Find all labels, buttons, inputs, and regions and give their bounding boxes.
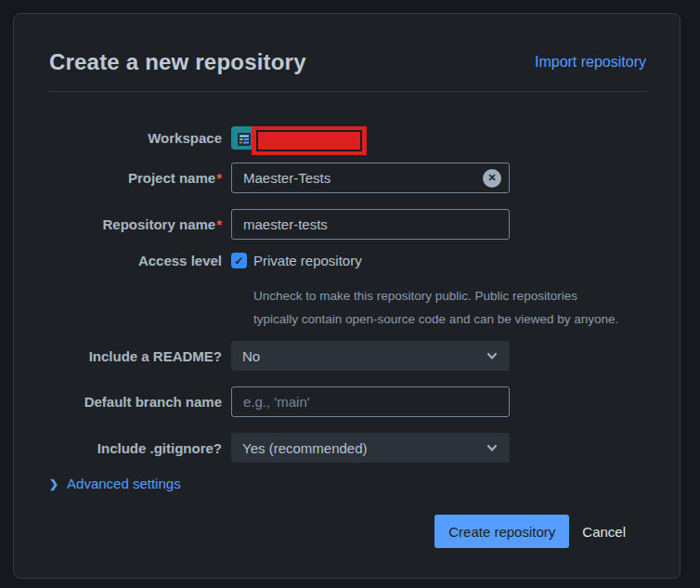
include-readme-selected-value: No	[242, 348, 260, 364]
repository-name-input[interactable]	[231, 209, 510, 240]
chevron-right-icon: ❯	[49, 477, 58, 490]
access-level-helper-text: Uncheck to make this repository public. …	[253, 285, 643, 331]
chevron-down-icon	[486, 349, 499, 362]
include-readme-row: Include a README? No	[49, 341, 510, 371]
clear-icon[interactable]: ✕	[483, 169, 501, 188]
include-gitignore-selected-value: Yes (recommended)	[242, 440, 368, 456]
helper-line-2: typically contain open-source code and c…	[253, 308, 643, 332]
default-branch-input[interactable]	[231, 386, 510, 417]
default-branch-label: Default branch name	[49, 394, 222, 410]
access-level-row: Access level ✓ Private repository	[49, 253, 510, 271]
project-name-label: Project name*	[49, 170, 222, 186]
helper-line-1: Uncheck to make this repository public. …	[253, 285, 643, 308]
create-repository-dialog: Create a new repository Import repositor…	[13, 13, 681, 579]
dialog-header: Create a new repository Import repositor…	[49, 49, 646, 75]
include-readme-select[interactable]: No	[231, 341, 510, 371]
include-gitignore-label: Include .gitignore?	[49, 440, 222, 456]
import-repository-link[interactable]: Import repository	[535, 54, 646, 71]
default-branch-row: Default branch name	[49, 386, 510, 417]
repository-name-label: Repository name*	[49, 216, 222, 232]
required-asterisk: *	[216, 216, 222, 232]
page-title: Create a new repository	[49, 49, 306, 75]
default-branch-field	[231, 386, 510, 417]
redacted-workspace-name	[252, 126, 367, 155]
workspace-row: Workspace	[49, 123, 510, 152]
create-repository-button[interactable]: Create repository	[434, 515, 569, 548]
advanced-settings-label: Advanced settings	[67, 476, 181, 491]
cancel-button[interactable]: Cancel	[571, 515, 637, 548]
access-level-label: Access level	[49, 253, 222, 268]
required-asterisk: *	[216, 170, 222, 186]
private-repository-checkbox[interactable]: ✓	[231, 253, 247, 268]
workspace-field	[231, 126, 510, 150]
include-gitignore-select[interactable]: Yes (recommended)	[231, 433, 510, 463]
repository-name-row: Repository name*	[49, 209, 510, 240]
project-name-input[interactable]	[231, 163, 510, 193]
dialog-footer: Create repository Cancel	[434, 515, 637, 548]
project-name-field: ✕	[231, 163, 510, 193]
include-readme-field: No	[231, 341, 510, 371]
header-divider	[49, 91, 646, 92]
include-gitignore-field: Yes (recommended)	[231, 433, 510, 463]
repository-name-field	[231, 209, 510, 240]
chevron-down-icon	[486, 441, 499, 454]
include-readme-label: Include a README?	[49, 348, 222, 364]
redaction-inner-box	[256, 130, 362, 151]
include-gitignore-row: Include .gitignore? Yes (recommended)	[49, 433, 510, 463]
access-level-field: ✓ Private repository	[231, 253, 510, 268]
private-repository-checkbox-label[interactable]: Private repository	[253, 253, 362, 268]
advanced-settings-toggle[interactable]: ❯ Advanced settings	[49, 476, 181, 491]
project-name-row: Project name* ✕	[49, 163, 510, 193]
check-icon: ✓	[234, 255, 243, 267]
workspace-label: Workspace	[49, 130, 222, 146]
